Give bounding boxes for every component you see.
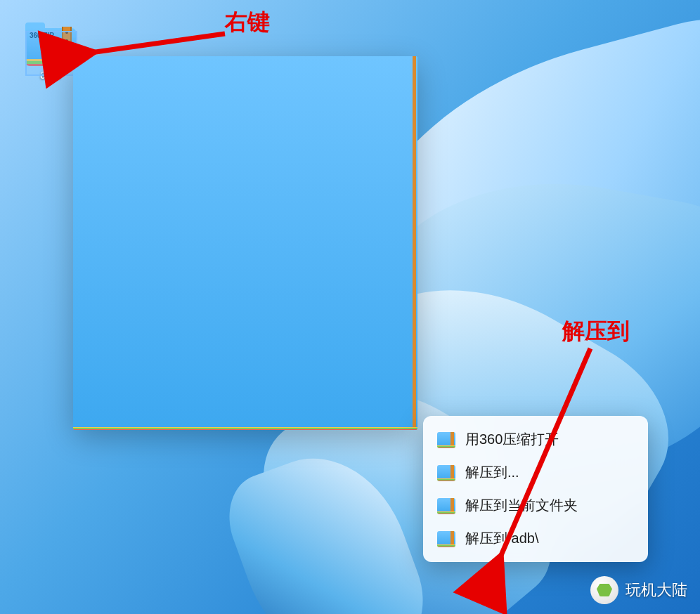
watermark: 玩机大陆 (590, 576, 687, 604)
svg-line-1 (498, 348, 590, 563)
annotation-right-click: 右键 (225, 7, 270, 38)
wechat-icon (590, 576, 618, 604)
zip-folder-icon (437, 498, 455, 514)
annotation-arrow-1 (77, 20, 232, 62)
zip-folder-icon (437, 531, 455, 547)
zip-folder-icon (437, 432, 455, 448)
menu-360zip[interactable]: 360压缩 › (82, 341, 409, 378)
annotation-extract-to: 解压到 (562, 316, 630, 347)
watermark-text: 玩机大陆 (626, 580, 687, 601)
zip-folder-icon (437, 465, 455, 481)
annotation-arrow-2 (485, 344, 611, 576)
zip-folder-icon (91, 350, 111, 370)
svg-line-0 (86, 34, 225, 53)
selection-highlight (25, 31, 77, 76)
context-menu: 打开 Enter 打开方式 › 全部解压缩... 压缩为 ZIP 文件 复制文件… (73, 56, 417, 429)
